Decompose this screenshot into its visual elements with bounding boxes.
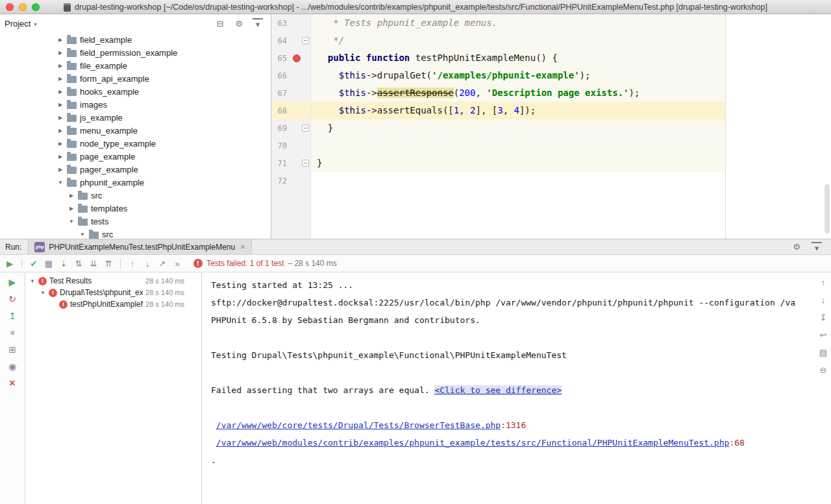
project-tree-item[interactable]: ▶templates <box>0 202 271 215</box>
settings-gear-icon[interactable]: ⚙ <box>791 242 802 252</box>
fold-marker-icon[interactable]: − <box>302 125 309 132</box>
chevron-down-icon[interactable]: ▾ <box>34 21 36 27</box>
chevron-right-icon[interactable]: ▶ <box>57 76 64 82</box>
chevron-down-icon[interactable]: ▼ <box>57 180 64 186</box>
code-line[interactable] <box>311 137 725 154</box>
chevron-right-icon[interactable]: ▶ <box>57 167 64 173</box>
close-tab-icon[interactable]: × <box>240 242 245 252</box>
project-tree-item[interactable]: ▶pager_example <box>0 163 271 176</box>
chevron-right-icon[interactable]: ▶ <box>57 115 64 121</box>
project-tree-item[interactable]: ▶form_api_example <box>0 72 271 85</box>
project-tree-item[interactable]: ▶field_permission_example <box>0 46 271 59</box>
window-title-text: drupal-testing-workshop [~/Code/os/drupa… <box>75 3 767 12</box>
code-line[interactable]: * Tests phpunit_example menus. <box>311 14 725 32</box>
print-icon[interactable]: ▤ <box>818 347 828 357</box>
code-line[interactable] <box>311 172 725 189</box>
chevron-right-icon[interactable]: ▶ <box>57 128 64 134</box>
hide-toolwindow-icon[interactable]: ▾ <box>812 242 822 252</box>
rerun-icon[interactable]: ▶ <box>7 277 18 287</box>
editor-scrollbar-thumb[interactable] <box>825 184 830 234</box>
chevron-right-icon[interactable]: ▶ <box>57 141 64 147</box>
code-line[interactable]: public function testPhpUnitExampleMenu()… <box>311 49 725 67</box>
console-file-link[interactable]: /var/www/web/modules/contrib/examples/ph… <box>216 438 730 448</box>
chevron-right-icon[interactable]: ▶ <box>57 63 64 69</box>
previous-stack-trace-icon[interactable]: ↑ <box>818 277 828 287</box>
collapse-all-icon[interactable]: ⊟ <box>215 18 225 29</box>
project-tree-item[interactable]: ▶menu_example <box>0 124 271 137</box>
chevron-down-icon[interactable]: ▼ <box>40 290 46 296</box>
hide-panel-icon[interactable]: ▾ <box>253 18 263 29</box>
project-tree-item[interactable]: ▶page_example <box>0 150 271 163</box>
toggle-auto-test-icon[interactable]: ↥ <box>7 311 18 321</box>
run-tab[interactable]: php PHPUnitExampleMenuTest.testPhpUnitEx… <box>28 239 251 254</box>
console[interactable]: Testing started at 13:25 ...sftp://docke… <box>202 272 831 504</box>
project-tree-item[interactable]: ▶hooks_example <box>0 85 271 98</box>
tests-failed-text: Tests failed: 1 of 1 test <box>206 259 284 268</box>
test-failed-icon: ! <box>49 289 57 297</box>
code-token <box>317 105 339 115</box>
project-tree-item[interactable]: ▶images <box>0 98 271 111</box>
project-tree-item[interactable]: ▼tests <box>0 215 271 228</box>
console-toolbar: ↑↓↧↩▤⊖ <box>818 277 828 375</box>
code-line[interactable]: */ <box>311 32 725 49</box>
folder-icon <box>78 219 88 226</box>
project-tree-item-label: pager_example <box>80 165 138 174</box>
console-file-link[interactable]: /var/www/web/core/tests/Drupal/Tests/Bro… <box>216 420 501 430</box>
scroll-to-end-icon[interactable]: ↧ <box>818 312 828 322</box>
project-panel-title[interactable]: Project <box>5 19 31 29</box>
rerun-failed-tests-icon[interactable]: ↻ <box>7 294 18 304</box>
code-line[interactable]: } <box>311 119 725 137</box>
project-tree-item[interactable]: ▼src <box>0 228 271 239</box>
show-passed-icon[interactable]: ✔ <box>29 258 39 269</box>
gutter-line: 71− <box>271 154 310 172</box>
code-line[interactable]: $this->drupalGet('/examples/phpunit-exam… <box>311 67 725 84</box>
test-status: ! Tests failed: 1 of 1 test – 28 s 140 m… <box>193 259 337 268</box>
sort-by-duration-icon[interactable]: ⇣ <box>58 258 69 269</box>
previous-failed-test-icon[interactable]: ↑ <box>127 258 138 269</box>
clear-console-icon[interactable]: ⊖ <box>818 365 828 375</box>
editor-code-area[interactable]: * Tests phpunit_example menus. */ public… <box>311 14 831 239</box>
chevron-right-icon[interactable]: ▶ <box>57 154 64 160</box>
failed-test-gutter-icon[interactable] <box>293 54 301 62</box>
more-options-icon[interactable]: » <box>172 258 182 269</box>
chevron-right-icon[interactable]: ▶ <box>57 102 64 108</box>
rerun-icon[interactable]: ▶ <box>5 258 15 269</box>
console-diff-link[interactable]: <Click to see difference> <box>434 385 562 395</box>
import-test-results-icon[interactable]: ↗ <box>157 258 167 269</box>
test-tree-item[interactable]: ▼!Drupal\Tests\phpunit_ex28 s 140 ms <box>25 287 201 298</box>
stop-icon[interactable]: ■ <box>7 328 18 338</box>
chevron-right-icon[interactable]: ▶ <box>57 50 64 56</box>
chevron-right-icon[interactable]: ▶ <box>68 193 75 198</box>
test-tree-item[interactable]: !testPhpUnitExampleM28 s 140 ms <box>25 298 201 310</box>
chevron-right-icon[interactable]: ▶ <box>57 37 64 43</box>
sort-alphabetically-icon[interactable]: ⇅ <box>73 258 84 269</box>
project-tree-item[interactable]: ▶src <box>0 189 271 202</box>
project-tree-item[interactable]: ▶file_example <box>0 59 271 72</box>
settings-gear-icon[interactable]: ⚙ <box>234 18 244 29</box>
chevron-down-icon[interactable]: ▼ <box>29 278 36 284</box>
code-line[interactable]: $this->assertEquals([1, 2], [3, 4]); <box>311 102 725 119</box>
show-ignored-icon[interactable]: ▦ <box>43 258 54 269</box>
collapse-all-icon[interactable]: ⇈ <box>103 258 114 269</box>
editor[interactable]: 6364−6566676869−7071−72 * Tests phpunit_… <box>271 14 831 239</box>
project-tree-item[interactable]: ▶js_example <box>0 111 271 124</box>
chevron-right-icon[interactable]: ▶ <box>68 206 75 211</box>
close-icon[interactable]: × <box>7 378 18 389</box>
soft-wrap-icon[interactable]: ↩ <box>818 330 828 340</box>
chevron-down-icon[interactable]: ▼ <box>79 232 86 237</box>
fold-marker-icon[interactable]: − <box>302 160 309 167</box>
code-line[interactable]: $this->assertResponse(200, 'Description … <box>311 84 725 102</box>
expand-all-icon[interactable]: ⇊ <box>88 258 99 269</box>
project-tree-item[interactable]: ▼phpunit_example <box>0 176 271 189</box>
next-stack-trace-icon[interactable]: ↓ <box>818 294 828 305</box>
next-failed-test-icon[interactable]: ↓ <box>142 258 153 269</box>
project-tree-item[interactable]: ▶node_type_example <box>0 137 271 150</box>
chevron-down-icon[interactable]: ▼ <box>68 219 75 224</box>
project-tree-item[interactable]: ▶field_example <box>0 33 271 46</box>
chevron-right-icon[interactable]: ▶ <box>57 89 64 95</box>
restore-layout-icon[interactable]: ⊞ <box>7 344 18 355</box>
test-tree-item[interactable]: ▼!Test Results28 s 140 ms <box>25 275 201 287</box>
code-line[interactable]: } <box>311 154 725 172</box>
pin-tab-icon[interactable]: ◉ <box>7 361 18 372</box>
fold-marker-icon[interactable]: − <box>302 37 309 44</box>
